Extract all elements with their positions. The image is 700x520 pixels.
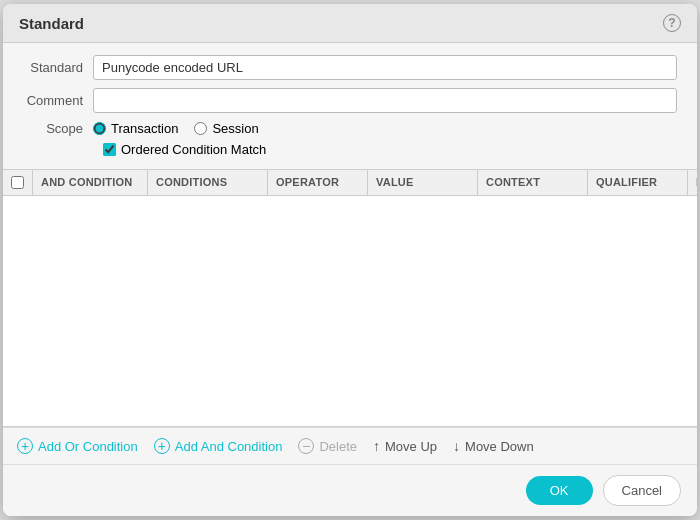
th-context: CONTEXT [478,170,588,195]
scope-session-radio[interactable] [194,122,207,135]
dialog-body: Standard Comment Scope Transaction [3,43,697,464]
table-header: AND CONDITION CONDITIONS OPERATOR VALUE … [3,170,697,196]
select-all-checkbox[interactable] [11,176,24,189]
scope-label: Scope [23,121,93,136]
move-up-button[interactable]: ↑ Move Up [373,436,437,456]
ordered-condition-checkbox-label[interactable]: Ordered Condition Match [103,142,266,157]
comment-label: Comment [23,93,93,108]
th-qualifier: QUALIFIER [588,170,688,195]
conditions-table: AND CONDITION CONDITIONS OPERATOR VALUE … [3,169,697,427]
add-or-condition-button[interactable]: + Add Or Condition [17,436,138,456]
add-and-label: Add And Condition [175,439,283,454]
delete-button[interactable]: − Delete [298,436,357,456]
ordered-condition-checkbox[interactable] [103,143,116,156]
table-body [3,196,697,426]
form-section: Standard Comment Scope Transaction [3,43,697,169]
scope-radio-group: Transaction Session [93,121,259,136]
comment-row: Comment [23,88,677,113]
ordered-condition-label: Ordered Condition Match [121,142,266,157]
th-conditions: CONDITIONS [148,170,268,195]
delete-icon: − [298,438,314,454]
move-up-icon: ↑ [373,438,380,454]
th-operator: OPERATOR [268,170,368,195]
move-down-icon: ↓ [453,438,460,454]
ordered-condition-row: Ordered Condition Match [103,142,677,157]
move-down-label: Move Down [465,439,534,454]
header-checkbox-cell[interactable] [3,170,33,195]
move-up-label: Move Up [385,439,437,454]
comment-input[interactable] [93,88,677,113]
dialog-title: Standard [19,15,84,32]
scope-transaction-label: Transaction [111,121,178,136]
ok-button[interactable]: OK [526,476,593,505]
standard-label: Standard [23,60,93,75]
delete-label: Delete [319,439,357,454]
dialog-header: Standard ? [3,4,697,43]
scope-transaction[interactable]: Transaction [93,121,178,136]
scope-row: Scope Transaction Session [23,121,677,136]
th-and-condition: AND CONDITION [33,170,148,195]
add-and-icon: + [154,438,170,454]
add-and-condition-button[interactable]: + Add And Condition [154,436,283,456]
scope-session[interactable]: Session [194,121,258,136]
scope-transaction-radio[interactable] [93,122,106,135]
th-value: VALUE [368,170,478,195]
th-negate: NEGATE [688,170,697,195]
scope-session-label: Session [212,121,258,136]
conditions-toolbar: + Add Or Condition + Add And Condition −… [3,427,697,464]
standard-row: Standard [23,55,677,80]
standard-input[interactable] [93,55,677,80]
standard-dialog: Standard ? Standard Comment Scope Tran [3,4,697,516]
add-or-label: Add Or Condition [38,439,138,454]
dialog-footer: OK Cancel [3,464,697,516]
add-or-icon: + [17,438,33,454]
help-icon[interactable]: ? [663,14,681,32]
cancel-button[interactable]: Cancel [603,475,681,506]
move-down-button[interactable]: ↓ Move Down [453,436,534,456]
